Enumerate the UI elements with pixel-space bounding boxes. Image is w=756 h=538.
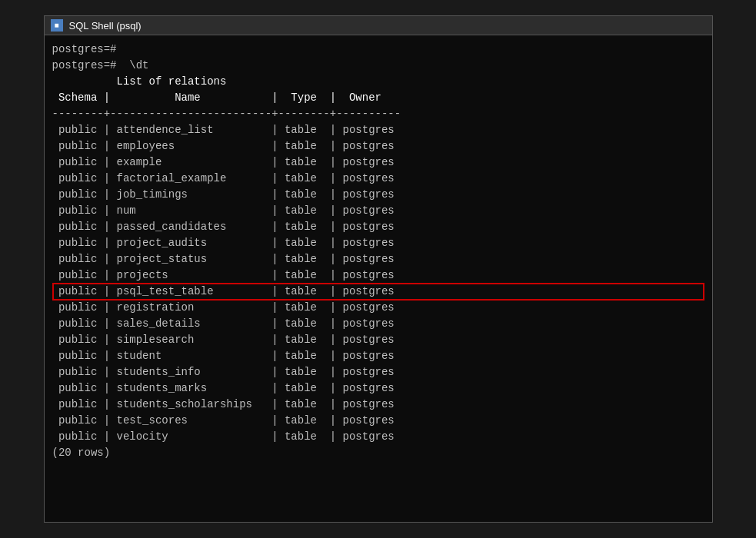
prompt-line-2: postgres=# \dt bbox=[52, 58, 704, 74]
table-row: public | example | table | postgres bbox=[52, 154, 704, 171]
title-bar: ■ SQL Shell (psql) bbox=[45, 16, 712, 35]
table-row: public | job_timings | table | postgres bbox=[52, 187, 704, 203]
table-row: public | num | table | postgres bbox=[52, 203, 704, 219]
table-row: public | factorial_example | table | pos… bbox=[52, 171, 704, 187]
prompt-line-1: postgres=# bbox=[52, 42, 704, 58]
table-row: public | students_scholarships | table |… bbox=[52, 397, 704, 413]
window-title: SQL Shell (psql) bbox=[69, 20, 142, 32]
table-row: public | student | table | postgres bbox=[52, 348, 704, 364]
table-row: public | project_status | table | postgr… bbox=[52, 251, 704, 267]
table-row: public | employees | table | postgres bbox=[52, 138, 704, 154]
highlighted-row-wrapper: public | psql_test_table | table | postg… bbox=[52, 284, 704, 300]
table-row: public | students_info | table | postgre… bbox=[52, 364, 704, 380]
table-row: public | attendence_list | table | postg… bbox=[52, 122, 704, 138]
column-header: Schema | Name | Type | Owner bbox=[52, 90, 704, 106]
table-row: public | test_scores | table | postgres bbox=[52, 413, 704, 429]
table-row: public | project_audits | table | postgr… bbox=[52, 235, 704, 251]
window-icon: ■ bbox=[51, 19, 63, 32]
table-row: public | registration | table | postgres bbox=[52, 300, 704, 316]
psql-window: ■ SQL Shell (psql) postgres=# postgres=#… bbox=[44, 15, 713, 523]
table-row-velocity: public | velocity | table | postgres bbox=[52, 429, 704, 445]
table-row: public | sales_details | table | postgre… bbox=[52, 316, 704, 332]
table-row: public | passed_candidates | table | pos… bbox=[52, 219, 704, 235]
footer-rows: (20 rows) bbox=[52, 445, 704, 461]
highlighted-table-row: public | psql_test_table | table | postg… bbox=[52, 284, 704, 300]
table-row: public | simplesearch | table | postgres bbox=[52, 332, 704, 348]
terminal-body[interactable]: postgres=# postgres=# \dt List of relati… bbox=[45, 35, 712, 522]
table-row: public | projects | table | postgres bbox=[52, 267, 704, 284]
separator: --------+-------------------------+-----… bbox=[52, 106, 704, 122]
table-row: public | students_marks | table | postgr… bbox=[52, 380, 704, 397]
list-header: List of relations bbox=[52, 74, 704, 90]
